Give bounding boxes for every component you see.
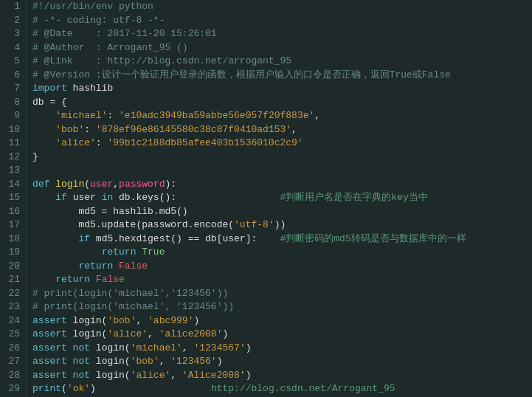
code-line-17: md5.update(password.encode('utf-8')) bbox=[32, 218, 532, 232]
code-line-6: # @Version :设计一个验证用户登录的函数，根据用户输入的口令是否正确，… bbox=[32, 69, 532, 83]
ln-6: 6 bbox=[6, 69, 20, 83]
code-line-14: def login(user,password): bbox=[32, 178, 532, 192]
code-line-1: #!/usr/bin/env python bbox=[32, 0, 532, 14]
ln-4: 4 bbox=[6, 41, 20, 55]
ln-13: 13 bbox=[6, 164, 20, 178]
code-line-11: 'alice': '99b1c2188db85afee403b1536010c2… bbox=[32, 137, 532, 151]
ln-14: 14 bbox=[6, 178, 20, 192]
ln-27: 27 bbox=[6, 355, 20, 369]
code-line-21: return False bbox=[32, 273, 532, 287]
ln-5: 5 bbox=[6, 55, 20, 69]
ln-22: 22 bbox=[6, 287, 20, 301]
code-line-9: 'michael': 'e10adc3949ba59abbe56e057f20f… bbox=[32, 109, 532, 123]
ln-29: 29 bbox=[6, 382, 20, 396]
ln-7: 7 bbox=[6, 82, 20, 96]
code-line-2: # -*- coding: utf-8 -*- bbox=[32, 14, 532, 28]
ln-20: 20 bbox=[6, 260, 20, 274]
code-line-18: if md5.hexdigest() == db[user]: #判断密码的md… bbox=[32, 232, 532, 246]
code-line-10: 'bob': '878ef96e86145580c38c87f0410ad153… bbox=[32, 123, 532, 137]
code-line-23: # print(login('michael', '123456')) bbox=[32, 300, 532, 314]
code-line-20: return False bbox=[32, 260, 532, 274]
code-line-16: md5 = hashlib.md5() bbox=[32, 205, 532, 219]
code-line-3: # @Date : 2017-11-20 15:26:01 bbox=[32, 27, 532, 41]
code-line-15: if user in db.keys(): #判断用户名是否在字典的key当中 bbox=[32, 191, 532, 205]
ln-12: 12 bbox=[6, 151, 20, 165]
ln-24: 24 bbox=[6, 314, 20, 328]
code-line-25: assert login('alice', 'alice2008') bbox=[32, 328, 532, 342]
code-line-13 bbox=[32, 164, 532, 178]
ln-17: 17 bbox=[6, 218, 20, 232]
code-line-5: # @Link : http://blog.csdn.net/arrogant_… bbox=[32, 55, 532, 69]
code-line-12: } bbox=[32, 151, 532, 165]
code-editor: 1 2 3 4 5 6 7 8 9 10 11 12 13 14 15 16 1… bbox=[0, 0, 532, 397]
ln-19: 19 bbox=[6, 246, 20, 260]
code-line-27: assert not login('bob', '123456') bbox=[32, 355, 532, 369]
code-line-29: print('ok') http://blog.csdn.net/Arrogan… bbox=[32, 382, 532, 396]
ln-8: 8 bbox=[6, 96, 20, 110]
ln-11: 11 bbox=[6, 137, 20, 151]
ln-26: 26 bbox=[6, 342, 20, 356]
code-line-26: assert not login('michael', '1234567') bbox=[32, 342, 532, 356]
ln-23: 23 bbox=[6, 300, 20, 314]
code-line-24: assert login('bob', 'abc999') bbox=[32, 314, 532, 328]
ln-3: 3 bbox=[6, 27, 20, 41]
code-line-19: return True bbox=[32, 246, 532, 260]
ln-1: 1 bbox=[6, 0, 20, 14]
ln-15: 15 bbox=[6, 191, 20, 205]
code-line-28: assert not login('alice', 'Alice2008') bbox=[32, 369, 532, 383]
ln-18: 18 bbox=[6, 232, 20, 246]
ln-21: 21 bbox=[6, 273, 20, 287]
code-line-22: # print(login('michael','123456')) bbox=[32, 287, 532, 301]
code-line-8: db = { bbox=[32, 96, 532, 110]
ln-25: 25 bbox=[6, 328, 20, 342]
ln-9: 9 bbox=[6, 109, 20, 123]
code-line-7: import hashlib bbox=[32, 82, 532, 96]
ln-28: 28 bbox=[6, 369, 20, 383]
ln-16: 16 bbox=[6, 205, 20, 219]
code-content: #!/usr/bin/env python # -*- coding: utf-… bbox=[27, 0, 532, 397]
code-line-4: # @Author : Arrogant_95 () bbox=[32, 41, 532, 55]
line-numbers: 1 2 3 4 5 6 7 8 9 10 11 12 13 14 15 16 1… bbox=[0, 0, 27, 397]
ln-10: 10 bbox=[6, 123, 20, 137]
ln-2: 2 bbox=[6, 14, 20, 28]
